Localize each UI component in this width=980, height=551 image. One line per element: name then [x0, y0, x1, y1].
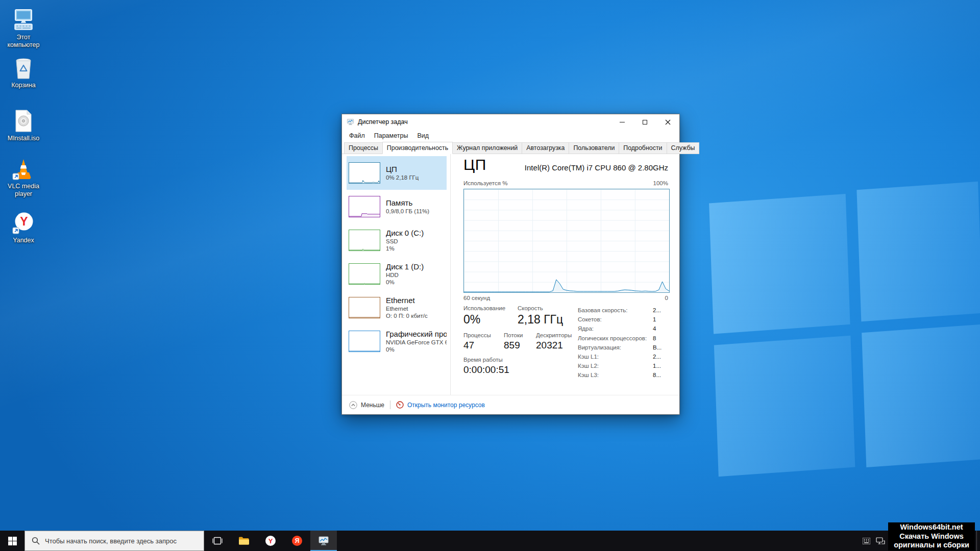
graph-y-max-label: 100% [653, 180, 668, 186]
sidebar-item-detail: 1% [386, 245, 424, 253]
open-resource-monitor-label: Открыть монитор ресурсов [407, 402, 485, 409]
network-tray-button[interactable] [874, 531, 887, 551]
tab-details[interactable]: Подробности [619, 142, 667, 154]
spec-label: Кэш L3: [578, 370, 653, 380]
desktop-icon-label: Корзина [2, 82, 45, 89]
cpu-mini-graph [349, 162, 380, 184]
tab-processes[interactable]: Процессы [344, 142, 383, 154]
cpu-model: Intel(R) Core(TM) i7 CPU 860 @ 2.80GHz [525, 163, 668, 172]
yandex-browser-button[interactable]: Y [257, 531, 284, 551]
stat-label: Процессы [463, 332, 504, 338]
task-manager-window: Диспетчер задач ФайлПараметрыВид Процесс… [341, 114, 680, 415]
stat-label: Использование [463, 305, 518, 311]
cpu-specs: Базовая скорость:2...Сокетов:1Ядра:4Логи… [578, 306, 670, 380]
desktop-icon-vlc[interactable]: VLC media player [2, 156, 45, 198]
sidebar-item-title: Графический про [386, 330, 447, 339]
yandex-icon: Y [2, 210, 45, 235]
spec-value: 1... [653, 361, 670, 370]
spec-value: 8 [653, 334, 670, 343]
sidebar-item-detail: SSD [386, 238, 424, 245]
stat-value: 0:00:00:51 [463, 364, 509, 375]
stat-cell: Потоки859 [504, 332, 536, 351]
fewer-details-button[interactable]: Меньше [349, 401, 384, 409]
spec-row: Виртуализация:В... [578, 343, 670, 352]
spec-row: Кэш L3:8... [578, 370, 670, 380]
sidebar-item-disk0[interactable]: Диск 0 (C:)SSD1% [347, 223, 447, 257]
open-resource-monitor-link[interactable]: Открыть монитор ресурсов [396, 401, 485, 409]
spec-row: Ядра:4 [578, 324, 670, 333]
spec-row: Кэш L2:1... [578, 361, 670, 370]
spec-label: Кэш L2: [578, 361, 653, 370]
title-bar[interactable]: Диспетчер задач [342, 114, 679, 130]
yandex-app-button[interactable]: Я [284, 531, 310, 551]
close-icon [665, 119, 671, 125]
sidebar-item-detail: 0% [386, 279, 424, 286]
menu-view[interactable]: Вид [412, 131, 433, 141]
task-view-button[interactable] [204, 531, 231, 551]
footer-bar: Меньше Открыть монитор ресурсов [342, 395, 679, 414]
stat-label: Дескрипторы [536, 332, 572, 338]
maximize-button[interactable] [633, 114, 656, 130]
resource-monitor-icon [396, 401, 404, 409]
sidebar-item-cpu[interactable]: ЦП0% 2,18 ГГц [347, 156, 447, 190]
sidebar-item-detail: HDD [386, 271, 424, 279]
stat-cell: Процессы47 [463, 332, 504, 351]
tab-performance[interactable]: Производительность [382, 142, 453, 154]
tab-users[interactable]: Пользователи [569, 142, 619, 154]
stat-value: 47 [463, 340, 504, 351]
desktop-icon-label: Yandex [2, 237, 45, 244]
sidebar-item-title: Диск 0 (C:) [386, 229, 424, 238]
task-manager-icon [347, 118, 354, 126]
memory-mini-graph [349, 196, 380, 217]
spec-value: 2... [653, 306, 670, 315]
menu-options[interactable]: Параметры [370, 131, 413, 141]
search-icon [32, 537, 40, 545]
spec-row: Кэш L1:2... [578, 352, 670, 361]
sidebar-item-title: Диск 1 (D:) [386, 262, 424, 271]
watermark-line: Скачать Windows [889, 532, 974, 541]
svg-text:Я: Я [295, 537, 300, 544]
start-button[interactable] [0, 531, 24, 551]
desktop-icon-minstall-iso[interactable]: MInstall.iso [2, 108, 45, 142]
taskbar-search[interactable] [24, 531, 204, 551]
desktop-icon-yandex[interactable]: YYandex [2, 210, 45, 244]
tab-app-history[interactable]: Журнал приложений [452, 142, 522, 154]
spec-value: 2... [653, 352, 670, 361]
desktop-icon-this-pc[interactable]: Этот компьютер [2, 7, 45, 49]
close-button[interactable] [656, 114, 679, 130]
task-manager-taskbar-button[interactable] [310, 531, 337, 551]
file-explorer-button[interactable] [231, 531, 257, 551]
windows-logo-wallpaper [709, 182, 980, 480]
tab-services[interactable]: Службы [667, 142, 700, 154]
sidebar-item-memory[interactable]: Память0,9/8,0 ГБ (11%) [347, 190, 447, 223]
desktop-icon-recycle-bin[interactable]: Корзина [2, 55, 45, 89]
windows-logo-pane [714, 336, 855, 477]
network-icon [876, 537, 885, 544]
spec-value: 4 [653, 324, 670, 333]
search-input[interactable] [45, 537, 204, 545]
sidebar-item-disk1[interactable]: Диск 1 (D:)HDD0% [347, 257, 447, 291]
sidebar-item-ethernet[interactable]: EthernetEthernetО: 0 П: 0 кбит/с [347, 291, 447, 324]
windows-logo-pane [862, 324, 980, 467]
sidebar-item-title: Ethernet [386, 296, 428, 305]
vlc-icon [2, 156, 45, 181]
window-content: ЦП0% 2,18 ГГцПамять0,9/8,0 ГБ (11%)Диск … [342, 154, 679, 395]
touch-keyboard-tray-button[interactable] [860, 531, 873, 551]
stat-value: 20321 [536, 340, 572, 351]
minimize-button[interactable] [610, 114, 633, 130]
show-desktop-button[interactable] [976, 531, 980, 551]
svg-text:Y: Y [268, 537, 273, 545]
sidebar-item-detail: 0% [386, 346, 447, 354]
spec-value: 8... [653, 370, 670, 380]
spec-value: 1 [653, 315, 670, 324]
watermark-overlay: Windows64bit.net Скачать Windows оригина… [888, 522, 975, 550]
stat-cell: Скорость2,18 ГГц [518, 305, 563, 327]
spec-row: Логических процессоров:8 [578, 334, 670, 343]
sidebar-item-gpu[interactable]: Графический проNVIDIA GeForce GTX 6600% [347, 324, 447, 358]
minstall-iso-icon [2, 108, 45, 133]
window-controls [610, 114, 679, 130]
menu-bar: ФайлПараметрыВид [342, 130, 679, 142]
sidebar-item-title: ЦП [386, 165, 419, 174]
menu-file[interactable]: Файл [345, 131, 370, 141]
tab-startup[interactable]: Автозагрузка [522, 142, 569, 154]
